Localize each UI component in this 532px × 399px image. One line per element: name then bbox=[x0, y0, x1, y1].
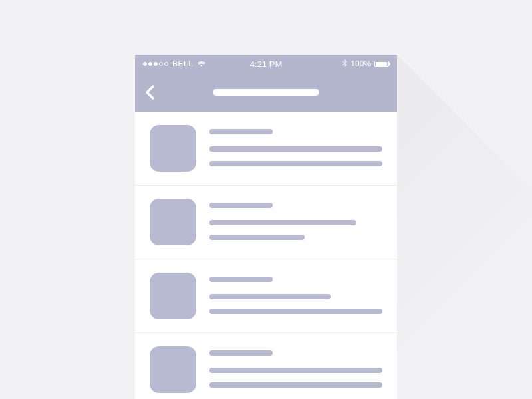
item-text-block bbox=[209, 346, 382, 393]
phone-frame: BELL 4:21 PM 100% bbox=[135, 55, 397, 399]
status-bar-right: 100% bbox=[282, 59, 389, 69]
item-text-block bbox=[209, 273, 382, 319]
item-line-placeholder bbox=[209, 235, 305, 240]
item-line-placeholder bbox=[209, 382, 382, 388]
item-line-placeholder bbox=[209, 309, 382, 314]
status-bar: BELL 4:21 PM 100% bbox=[135, 55, 397, 73]
battery-pct-label: 100% bbox=[350, 59, 371, 68]
battery-icon bbox=[374, 61, 389, 67]
item-title-placeholder bbox=[209, 277, 273, 282]
status-bar-time: 4:21 PM bbox=[250, 59, 282, 69]
item-line-placeholder bbox=[209, 146, 382, 152]
item-thumbnail-placeholder bbox=[150, 346, 196, 393]
list-item[interactable] bbox=[135, 186, 397, 259]
item-line-placeholder bbox=[209, 220, 356, 225]
item-text-block bbox=[209, 125, 382, 172]
content-list bbox=[135, 112, 397, 399]
item-line-placeholder bbox=[209, 294, 331, 299]
signal-dots-icon bbox=[143, 62, 168, 66]
item-thumbnail-placeholder bbox=[150, 125, 196, 172]
item-text-block bbox=[209, 199, 382, 245]
item-title-placeholder bbox=[209, 350, 273, 356]
carrier-label: BELL bbox=[172, 59, 193, 68]
list-item[interactable] bbox=[135, 259, 397, 333]
item-thumbnail-placeholder bbox=[150, 273, 196, 319]
back-button[interactable] bbox=[144, 84, 155, 100]
bluetooth-icon bbox=[342, 59, 347, 69]
nav-title-placeholder bbox=[213, 89, 319, 96]
item-line-placeholder bbox=[209, 161, 382, 166]
list-item[interactable] bbox=[135, 112, 397, 186]
phone-shadow bbox=[397, 55, 532, 399]
wifi-icon bbox=[197, 61, 206, 67]
item-thumbnail-placeholder bbox=[150, 199, 196, 245]
nav-bar bbox=[135, 73, 397, 112]
item-title-placeholder bbox=[209, 129, 273, 134]
list-item[interactable] bbox=[135, 333, 397, 399]
item-line-placeholder bbox=[209, 368, 382, 373]
item-title-placeholder bbox=[209, 203, 273, 208]
status-bar-left: BELL bbox=[143, 59, 250, 68]
